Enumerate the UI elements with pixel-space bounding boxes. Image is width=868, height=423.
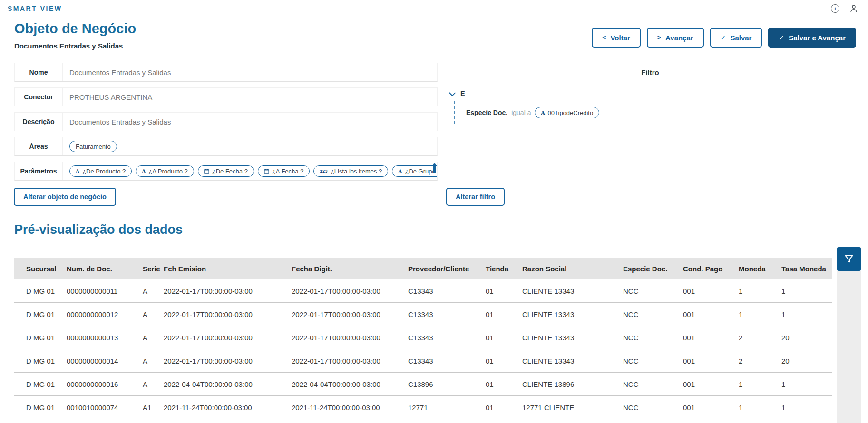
brand-logo: SMART VIEW (8, 5, 62, 12)
field-label: Nome (15, 63, 63, 81)
field-label: Parâmetros (15, 162, 63, 180)
column-header: Cond. Pago (683, 258, 739, 279)
chevron-down-icon[interactable] (449, 90, 456, 96)
param-chip: A ¿De Producto ? (69, 165, 132, 177)
condition-field: Especie Doc. (466, 109, 507, 116)
param-chip: ¿De Fecha ? (198, 165, 254, 177)
salvar-e-avancar-button[interactable]: ✓ Salvar e Avançar (768, 28, 856, 48)
field-descricao: Descrição Documentos Entradas y Salidas (14, 112, 438, 131)
nome-value: Documentos Entradas y Salidas (63, 63, 437, 81)
user-icon[interactable] (849, 4, 858, 13)
param-chip: A ¿A Producto ? (136, 165, 194, 177)
calendar-icon (264, 169, 269, 174)
topbar: SMART VIEW i (0, 0, 868, 17)
avancar-button[interactable]: > Avançar (647, 28, 704, 48)
filter-tree: E Especie Doc. igual a A 00TipodeCredito (440, 82, 860, 124)
table-row: D MG 010000000000014A2022-01-17T00:00:00… (14, 349, 832, 373)
areas-chips: Faturamento (63, 137, 437, 155)
condition-value-chip: A 00TipodeCredito (535, 107, 599, 118)
column-header: Moneda (739, 258, 781, 279)
funnel-icon (843, 253, 855, 265)
field-label: Áreas (15, 137, 63, 155)
filter-group-operator: E (460, 90, 465, 97)
table-row: D MG 010000000000012A2022-01-17T00:00:00… (14, 303, 832, 326)
column-header: Proveedor/Cliente (408, 258, 486, 279)
voltar-button[interactable]: < Voltar (592, 28, 641, 48)
area-chip: Faturamento (69, 141, 117, 152)
column-header: Tasa Moneda (781, 258, 832, 279)
table-row: D MG 010000000000016A2022-04-04T00:00:00… (14, 373, 832, 396)
check-icon: ✓ (721, 34, 726, 41)
number-icon: 123 (320, 169, 328, 173)
descricao-value: Documentos Entradas y Salidas (63, 113, 437, 131)
field-label: Conector (15, 88, 63, 106)
action-buttons: < Voltar > Avançar ✓ Salvar ✓ Salvar e A… (592, 28, 856, 48)
table-filter-button[interactable] (837, 247, 861, 271)
field-conector: Conector PROTHEUS ARGENTINA (14, 87, 438, 106)
field-label: Descrição (15, 113, 63, 131)
table-row: D MG 010000000000011A2022-01-17T00:00:00… (14, 279, 832, 303)
chevron-right-icon: > (657, 34, 661, 41)
page-title: Objeto de Negócio (14, 21, 136, 37)
table-header-row: Sucursal Num. de Doc. Serie Fch Emision … (14, 258, 832, 279)
column-header: Sucursal (14, 258, 67, 279)
info-icon[interactable]: i (831, 4, 839, 13)
field-parametros: Parâmetros A ¿De Producto ? A ¿A Product… (14, 162, 438, 181)
chevron-left-icon: < (602, 34, 606, 41)
text-icon: A (541, 110, 545, 115)
parametros-scrollbar-thumb[interactable] (433, 163, 436, 173)
business-object-form: Nome Documentos Entradas y Salidas Conec… (14, 63, 438, 186)
condition-operator: igual a (511, 109, 531, 116)
column-header: Serie (143, 258, 164, 279)
conector-value: PROTHEUS ARGENTINA (63, 88, 437, 106)
filter-condition: Especie Doc. igual a A 00TipodeCredito (466, 107, 860, 118)
filter-panel-title: Filtro (440, 63, 860, 82)
table-row: D MG 010000000000013A2022-01-17T00:00:00… (14, 326, 832, 349)
column-header: Especie Doc. (623, 258, 683, 279)
column-header: Tienda (486, 258, 522, 279)
filter-branch: Especie Doc. igual a A 00TipodeCredito (454, 101, 860, 124)
text-icon: A (76, 169, 79, 174)
column-header: Fecha Digit. (292, 258, 408, 279)
topbar-icons: i (831, 4, 858, 13)
parametros-chips: A ¿De Producto ? A ¿A Producto ? ¿De Fec… (63, 162, 437, 180)
calendar-icon (204, 169, 209, 174)
param-chip: ¿A Fecha ? (258, 165, 310, 177)
check-icon: ✓ (779, 34, 784, 41)
content-left-border (7, 18, 7, 423)
param-chip: A ¿De Grupo ? (392, 165, 437, 177)
text-icon: A (398, 169, 402, 174)
table-scrollbar-track[interactable] (837, 271, 861, 423)
salvar-button[interactable]: ✓ Salvar (710, 28, 762, 48)
column-header: Num. de Doc. (67, 258, 143, 279)
param-chip: 123 ¿Lista los itemes ? (313, 165, 388, 177)
column-header: Razon Social (522, 258, 623, 279)
text-icon: A (142, 169, 146, 174)
field-areas: Áreas Faturamento (14, 137, 438, 156)
page-subtitle: Documentos Entradas y Salidas (14, 42, 123, 50)
alterar-filtro-button[interactable]: Alterar filtro (446, 188, 505, 206)
table-row: D MG 010010010000074A12021-11-24T00:00:0… (14, 396, 832, 419)
preview-table: Sucursal Num. de Doc. Serie Fch Emision … (14, 258, 832, 419)
filter-group-node: E (450, 90, 860, 97)
column-header: Fch Emision (164, 258, 292, 279)
preview-title: Pré-visualização dos dados (14, 222, 183, 237)
alterar-objeto-button[interactable]: Alterar objeto de negócio (14, 188, 116, 206)
field-nome: Nome Documentos Entradas y Salidas (14, 63, 438, 82)
